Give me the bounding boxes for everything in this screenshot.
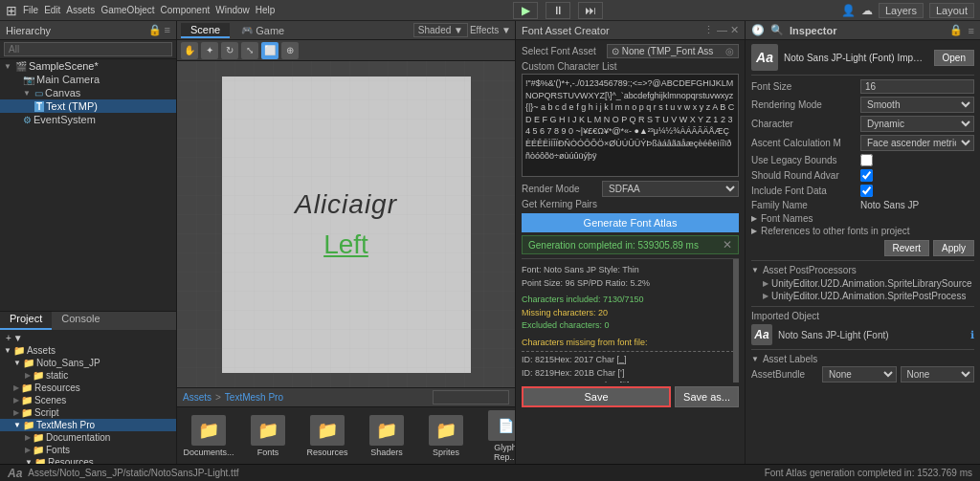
file-documents[interactable]: 📁 Documents... xyxy=(185,415,233,457)
menu-window[interactable]: Window xyxy=(215,5,250,15)
step-button[interactable]: ⏭ xyxy=(578,2,603,19)
post-processor-2[interactable]: ▶ UnityEditor.U2D.Animation.SpritePostPr… xyxy=(751,290,974,302)
assetbundle-variant-select[interactable]: None xyxy=(901,366,975,383)
file-glyphrep[interactable]: 📄 Glyph Rep... xyxy=(481,410,515,462)
hierarchy-item-label: SampleScene* xyxy=(29,60,99,72)
character-select[interactable]: Dynamic xyxy=(860,116,974,132)
tree-static[interactable]: ▶📁static xyxy=(0,369,176,382)
menu-gameobject[interactable]: GameObject xyxy=(100,5,154,15)
toolbar-hand[interactable]: ✋ xyxy=(181,42,198,59)
hierarchy-search[interactable] xyxy=(4,42,172,56)
hierarchy-item-maincamera[interactable]: 📷 Main Camera xyxy=(0,73,176,86)
tree-fonts[interactable]: ▶📁Fonts xyxy=(0,444,176,456)
layers-label[interactable]: Layers xyxy=(879,3,924,18)
tree-textmeshpro[interactable]: ▼📁TextMesh Pro xyxy=(0,419,176,431)
ascent-label: Ascent Calculation M xyxy=(751,138,857,148)
font-panel-close[interactable]: ✕ xyxy=(730,24,739,36)
font-log-area[interactable]: Font: Noto Sans JP Style: Thin Point Siz… xyxy=(522,258,739,383)
include-font-checkbox[interactable] xyxy=(860,185,873,197)
tree-documentation[interactable]: ▶📁Documentation xyxy=(0,431,176,444)
ascent-select[interactable]: Face ascender metric xyxy=(860,135,974,151)
post-processors-section[interactable]: ▼ Asset PostProcessors xyxy=(751,265,974,275)
hierarchy-menu-icon[interactable]: ≡ xyxy=(165,24,170,36)
project-search[interactable] xyxy=(433,390,509,404)
shading-mode[interactable]: Shaded ▼ xyxy=(413,23,468,37)
assetbundle-row: AssetBundle None None xyxy=(751,366,974,383)
file-resources[interactable]: 📁 Resources xyxy=(303,415,351,457)
path-assets[interactable]: Assets xyxy=(183,392,212,403)
font-panel-minimize[interactable]: — xyxy=(717,24,727,36)
toolbar-scale[interactable]: ⤡ xyxy=(241,42,258,59)
project-path-bar: Assets > TextMesh Pro xyxy=(177,387,515,406)
menu-file[interactable]: File xyxy=(23,5,38,15)
file-shaders[interactable]: 📁 Shaders xyxy=(363,415,411,457)
apply-button[interactable]: Apply xyxy=(933,240,974,256)
imported-info-icon[interactable]: ℹ xyxy=(970,329,974,341)
menu-component[interactable]: Component xyxy=(161,5,211,15)
expand-arrow: ▼ xyxy=(23,89,33,98)
file-fonts[interactable]: 📁 Fonts xyxy=(244,415,292,457)
generation-result-bar: Generation completed in: 539305.89 ms ✕ xyxy=(522,235,739,254)
hierarchy-lock-icon[interactable]: 🔒 xyxy=(148,24,162,36)
tab-game[interactable]: 🎮 Game xyxy=(232,24,294,37)
save-button[interactable]: Save xyxy=(522,386,671,407)
char-list-area[interactable]: !"#$%&'()*+,-./0123456789:;<=>?@ABCDEFGH… xyxy=(522,74,739,177)
menu-help[interactable]: Help xyxy=(256,5,276,15)
effects-btn[interactable]: Effects ▼ xyxy=(470,25,511,35)
toolbar-rect[interactable]: ⬜ xyxy=(261,42,278,59)
toolbar-move[interactable]: ✦ xyxy=(201,42,218,59)
render-mode-row: Render Mode SDFAA xyxy=(522,181,739,197)
open-button[interactable]: Open xyxy=(934,50,974,66)
pause-button[interactable]: ⏸ xyxy=(546,2,570,19)
kerning-row: Get Kerning Pairs xyxy=(522,199,739,209)
tree-resources[interactable]: ▶📁Resources xyxy=(0,382,176,394)
references-section[interactable]: ▶ References to other fonts in project xyxy=(751,226,974,236)
tree-notosansjp[interactable]: ▼📁Noto_Sans_JP xyxy=(0,357,176,369)
save-as-button[interactable]: Save as... xyxy=(675,386,739,407)
tab-project[interactable]: Project xyxy=(0,312,52,330)
font-size-label: Font Size xyxy=(751,81,857,92)
path-textmeshpro[interactable]: TextMesh Pro xyxy=(225,392,283,403)
generation-close-btn[interactable]: ✕ xyxy=(723,238,732,251)
assetbundle-select[interactable]: None xyxy=(822,366,897,383)
tree-res2[interactable]: ▼📁Resources xyxy=(0,456,176,464)
hierarchy-item-canvas[interactable]: ▼ ▭ Canvas xyxy=(0,86,176,99)
legacy-bounds-checkbox[interactable] xyxy=(860,154,873,166)
play-button[interactable]: ▶ xyxy=(513,2,538,19)
select-font-value[interactable]: ⊙ None (TMP_Font Ass xyxy=(612,46,713,56)
menu-assets[interactable]: Assets xyxy=(66,5,95,15)
generate-font-atlas-btn[interactable]: Generate Font Atlas xyxy=(522,213,739,232)
tab-console[interactable]: Console xyxy=(52,312,109,330)
inspector-menu-icon[interactable]: ≡ xyxy=(969,25,974,36)
hierarchy-item-eventsystem[interactable]: ⚙ EventSystem xyxy=(0,113,176,126)
post-processor-1[interactable]: ▶ UnityEditor.U2D.Animation.SpriteLibrar… xyxy=(751,277,974,290)
imported-font-name: Noto Sans JP-Light (Font) xyxy=(778,330,965,340)
font-names-section[interactable]: ▶ Font Names xyxy=(751,213,974,224)
tab-scene[interactable]: Scene xyxy=(181,23,230,38)
hierarchy-item-texttmp[interactable]: T Text (TMP) xyxy=(0,99,176,113)
hierarchy-item-samplescene[interactable]: ▼ 🎬 SampleScene* xyxy=(0,59,176,73)
project-add-btn[interactable]: + ▼ xyxy=(0,332,176,344)
revert-button[interactable]: Revert xyxy=(884,240,929,256)
render-mode-select[interactable]: SDFAA xyxy=(602,181,739,197)
tree-assets[interactable]: ▼📁Assets xyxy=(0,344,176,357)
rendering-mode-select[interactable]: Smooth xyxy=(860,97,974,113)
tree-scenes[interactable]: ▶📁Scenes xyxy=(0,394,176,406)
font-size-input[interactable] xyxy=(860,79,974,94)
tree-script[interactable]: ▶📁Script xyxy=(0,406,176,419)
round-advar-checkbox[interactable] xyxy=(860,169,873,182)
toolbar-rotate[interactable]: ↻ xyxy=(221,42,238,59)
font-panel-dots[interactable]: ⋮ xyxy=(703,24,714,36)
font-select-arrow[interactable]: ◎ xyxy=(725,46,734,56)
round-advar-row: Should Round Advar xyxy=(751,169,974,182)
toolbar-transform[interactable]: ⊕ xyxy=(281,42,299,59)
layout-label[interactable]: Layout xyxy=(929,3,974,18)
asset-labels-section[interactable]: ▼ Asset Labels xyxy=(751,354,974,364)
file-sprites[interactable]: 📁 Sprites xyxy=(422,415,470,457)
menu-edit[interactable]: Edit xyxy=(44,5,60,15)
game-icon: 🎮 xyxy=(241,25,253,35)
inspector-lock-icon[interactable]: 🔒 xyxy=(949,24,963,36)
arrow-icon: ▼ xyxy=(751,266,759,274)
folder-icon: 📁 xyxy=(34,457,46,464)
folder-icon: 📁 xyxy=(23,358,34,368)
